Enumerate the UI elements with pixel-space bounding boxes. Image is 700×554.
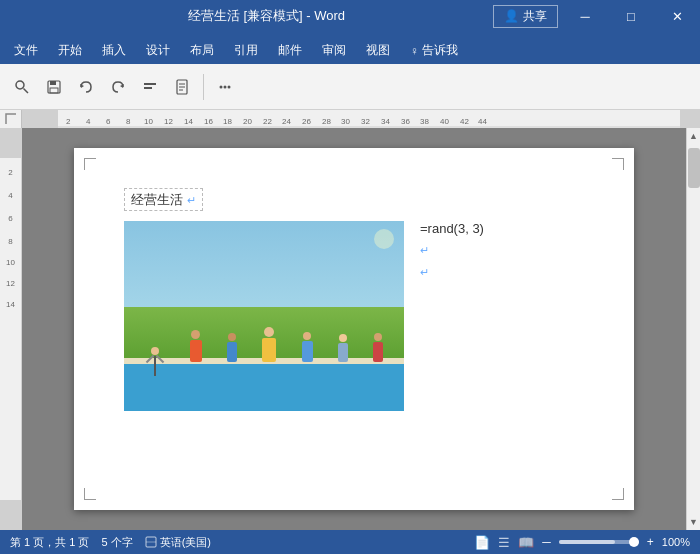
- toolbar-divider: [203, 74, 204, 100]
- view-mode-read[interactable]: 📖: [518, 535, 534, 550]
- ruler-horizontal: // This will be drawn via SVG text below…: [22, 110, 700, 128]
- title-textbox: 经营生活 ↵: [124, 188, 203, 211]
- document-image: [124, 221, 404, 411]
- person-icon: 👤: [504, 9, 519, 23]
- ribbon-tabs: 文件 开始 插入 设计 布局 引用 邮件 审阅 视图 ♀ 告诉我: [0, 32, 700, 64]
- redo-button[interactable]: [104, 73, 132, 101]
- scroll-thumb[interactable]: [688, 148, 700, 188]
- svg-point-13: [228, 85, 231, 88]
- formula-newline: ↵: [420, 244, 429, 256]
- document-canvas[interactable]: 经营生活 ↵: [22, 128, 686, 530]
- tab-insert[interactable]: 插入: [92, 37, 136, 64]
- corner-tr: [612, 158, 624, 170]
- svg-rect-6: [144, 87, 152, 89]
- vertical-scrollbar[interactable]: ▲ ▼: [686, 128, 700, 530]
- zoom-thumb[interactable]: [629, 537, 639, 547]
- language-indicator: 英语(美国): [145, 535, 211, 550]
- language-text: 英语(美国): [160, 535, 211, 550]
- zoom-slider[interactable]: [559, 540, 639, 544]
- undo-button[interactable]: [72, 73, 100, 101]
- tab-file[interactable]: 文件: [4, 37, 48, 64]
- tab-references[interactable]: 引用: [224, 37, 268, 64]
- status-right: 📄 ☰ 📖 ─ + 100%: [474, 535, 690, 550]
- minimize-button[interactable]: ─: [562, 0, 608, 32]
- format-button[interactable]: [136, 73, 164, 101]
- content-section: =rand(3, 3) ↵ ↵: [124, 221, 584, 411]
- doc-button[interactable]: [168, 73, 196, 101]
- page-info: 第 1 页，共 1 页: [10, 535, 89, 550]
- scroll-down-arrow[interactable]: ▼: [687, 514, 701, 530]
- svg-rect-4: [50, 88, 58, 93]
- scroll-up-arrow[interactable]: ▲: [687, 128, 701, 144]
- formula-section: =rand(3, 3) ↵ ↵: [420, 221, 484, 280]
- window-title: 经营生活 [兼容模式] - Word: [40, 7, 493, 25]
- tab-mail[interactable]: 邮件: [268, 37, 312, 64]
- view-mode-web[interactable]: ☰: [498, 535, 510, 550]
- main-area: 2 4 6 8 10 12 14 经营生活 ↵: [0, 128, 700, 530]
- tab-design[interactable]: 设计: [136, 37, 180, 64]
- maximize-button[interactable]: □: [608, 0, 654, 32]
- svg-rect-3: [50, 81, 56, 85]
- svg-line-1: [24, 88, 29, 93]
- corner-bl: [84, 488, 96, 500]
- zoom-button[interactable]: [8, 73, 36, 101]
- newline-marker: ↵: [420, 262, 484, 280]
- tab-help[interactable]: ♀ 告诉我: [400, 37, 468, 64]
- more-button[interactable]: [211, 73, 239, 101]
- title-section: 经营生活 ↵: [124, 188, 584, 211]
- zoom-in-button[interactable]: +: [647, 535, 654, 549]
- ruler-container: // This will be drawn via SVG text below…: [0, 110, 700, 128]
- close-button[interactable]: ✕: [654, 0, 700, 32]
- save-button[interactable]: [40, 73, 68, 101]
- ruler-vertical: 2 4 6 8 10 12 14: [0, 128, 22, 530]
- document-title: 经营生活: [131, 192, 183, 207]
- tab-layout[interactable]: 布局: [180, 37, 224, 64]
- status-bar: 第 1 页，共 1 页 5 个字 英语(美国) 📄 ☰ 📖 ─ + 100%: [0, 530, 700, 554]
- svg-point-12: [224, 85, 227, 88]
- view-mode-print[interactable]: 📄: [474, 535, 490, 550]
- lightbulb-icon: ♀: [410, 44, 419, 58]
- tab-view[interactable]: 视图: [356, 37, 400, 64]
- document-page: 经营生活 ↵: [74, 148, 634, 510]
- ribbon-toolbar: [0, 64, 700, 110]
- share-button[interactable]: 👤 共享: [493, 5, 558, 28]
- formula-text: =rand(3, 3): [420, 221, 484, 236]
- svg-rect-5: [144, 83, 156, 85]
- svg-point-0: [16, 81, 24, 89]
- newline-indicator: ↵: [187, 194, 196, 206]
- corner-tl: [84, 158, 96, 170]
- title-bar: 经营生活 [兼容模式] - Word 👤 共享 ─ □ ✕: [0, 0, 700, 32]
- zoom-level: 100%: [662, 536, 690, 548]
- word-count: 5 个字: [101, 535, 132, 550]
- corner-br: [612, 488, 624, 500]
- ruler-corner: [0, 110, 22, 128]
- zoom-out-button[interactable]: ─: [542, 535, 551, 549]
- svg-point-11: [220, 85, 223, 88]
- tab-home[interactable]: 开始: [48, 37, 92, 64]
- window-controls: 👤 共享 ─ □ ✕: [493, 0, 700, 32]
- tab-review[interactable]: 审阅: [312, 37, 356, 64]
